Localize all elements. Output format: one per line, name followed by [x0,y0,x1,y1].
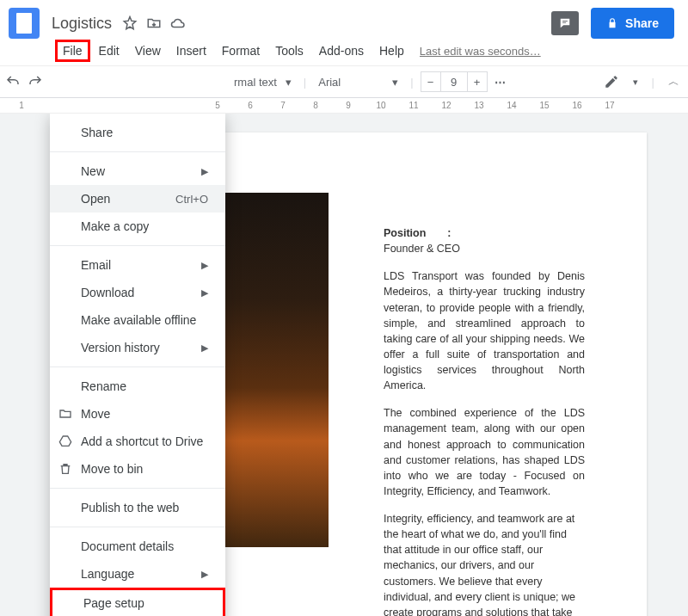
field-label: Position [384,227,426,239]
file-menu-publish[interactable]: Publish to the web [50,494,225,521]
font-family-label: Arial [318,76,341,89]
more-toolbar-icon[interactable]: ⋯ [494,76,507,89]
ruler: 1 5 6 7 8 9 10 11 12 13 14 15 16 17 [0,98,688,114]
font-size-decrease[interactable]: − [421,71,441,92]
svg-rect-1 [562,22,566,23]
separator: | [652,76,654,89]
menu-divider [50,367,225,367]
document-text[interactable]: Position : Founder & CEO LDS Transport w… [384,225,585,616]
menu-divider [50,527,225,527]
menu-format[interactable]: Format [215,40,267,61]
chevron-down-icon[interactable]: ▾ [633,77,638,88]
file-menu-document-details[interactable]: Document details [50,533,225,560]
cloud-status-icon[interactable] [170,15,186,31]
menu-view[interactable]: View [128,40,168,61]
share-button[interactable]: Share [591,8,674,39]
file-menu-page-setup[interactable]: Page setup [50,588,225,616]
submenu-arrow-icon: ▶ [201,287,208,299]
document-title[interactable]: Logistics [52,15,112,33]
shortcut-label: Ctrl+O [175,193,208,206]
file-menu-open[interactable]: OpenCtrl+O [50,185,225,213]
submenu-arrow-icon: ▶ [201,166,208,177]
paragraph: Integrity, efficiency, and teamwork are … [384,511,585,616]
docs-logo[interactable] [9,8,40,39]
svg-rect-0 [562,21,568,22]
file-menu-offline[interactable]: Make available offline [50,306,225,334]
submenu-arrow-icon: ▶ [201,569,208,580]
redo-icon[interactable] [28,74,43,89]
chevron-down-icon: ▾ [286,76,292,89]
menu-tools[interactable]: Tools [268,40,310,61]
share-button-label: Share [625,16,659,30]
move-to-folder-icon[interactable] [146,15,162,31]
file-menu-share[interactable]: Share [50,119,225,146]
submenu-arrow-icon: ▶ [201,260,208,271]
menu-insert[interactable]: Insert [169,40,213,61]
header-quick-icons [122,15,186,31]
font-size-group: − 9 + [421,71,488,92]
undo-icon[interactable] [5,74,21,89]
comments-button[interactable] [551,11,579,35]
font-size-value[interactable]: 9 [441,71,467,92]
paragraph-style-label: rmal text [234,76,277,89]
file-menu-download[interactable]: Download▶ [50,279,225,306]
menu-addons[interactable]: Add-ons [312,40,371,61]
submenu-arrow-icon: ▶ [201,342,208,354]
paragraph: The combined experience of the LDS manag… [384,405,585,499]
field-value: Founder & CEO [384,241,585,256]
menu-edit[interactable]: Edit [92,40,126,61]
font-family-select[interactable]: Arial ▾ [313,76,403,89]
file-menu-make-copy[interactable]: Make a copy [50,213,225,240]
app-header: Logistics Share [0,0,688,41]
editor-canvas: Position : Founder & CEO LDS Transport w… [0,114,688,616]
file-menu-add-shortcut[interactable]: Add a shortcut to Drive [50,428,225,455]
trash-icon [58,462,72,476]
font-size-increase[interactable]: + [467,71,488,92]
file-menu-version-history[interactable]: Version history▶ [50,334,225,361]
chevron-up-icon[interactable]: ︿ [668,74,679,89]
lock-icon [606,17,618,29]
file-menu-new[interactable]: New▶ [50,157,225,185]
file-menu-rename[interactable]: Rename [50,373,225,400]
menu-bar: File Edit View Insert Format Tools Add-o… [0,41,688,65]
star-icon[interactable] [122,15,138,31]
folder-move-icon [58,407,72,421]
file-menu-dropdown: Share New▶ OpenCtrl+O Make a copy Email▶… [50,114,225,616]
menu-file[interactable]: File [55,40,90,62]
file-menu-move-to-bin[interactable]: Move to bin [50,455,225,483]
toolbar: rmal text ▾ | Arial ▾ | − 9 + ⋯ ▾ | ︿ [0,65,688,98]
paragraph-style-select[interactable]: rmal text ▾ [229,76,297,89]
menu-divider [50,488,225,489]
separator: | [410,76,413,89]
menu-divider [50,151,225,152]
last-edit-link[interactable]: Last edit was seconds… [420,45,541,58]
pencil-icon[interactable] [604,74,619,89]
separator: | [304,76,306,89]
file-menu-email[interactable]: Email▶ [50,251,225,279]
chevron-down-icon: ▾ [392,76,398,89]
file-menu-move[interactable]: Move [50,400,225,428]
drive-shortcut-icon [58,434,72,448]
paragraph: LDS Transport was founded by Denis Medei… [384,268,585,393]
file-menu-language[interactable]: Language▶ [50,560,225,588]
menu-help[interactable]: Help [372,40,411,61]
menu-divider [50,245,225,246]
